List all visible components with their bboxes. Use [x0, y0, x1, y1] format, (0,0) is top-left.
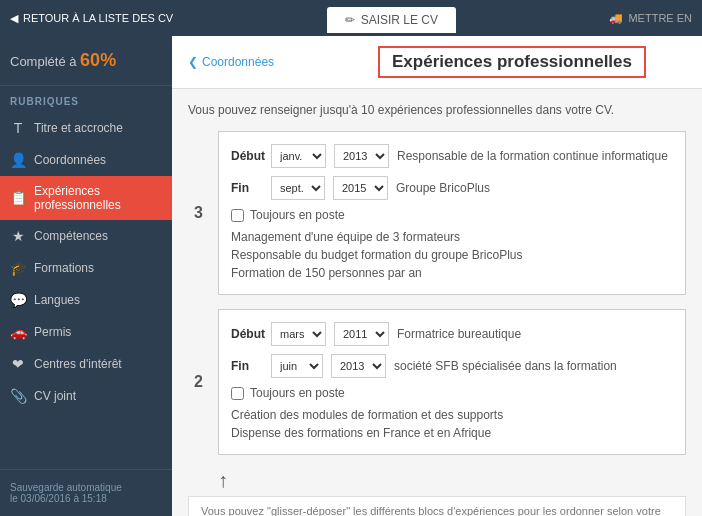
- content-header: ❮ Coordonnées Expériences professionnell…: [172, 36, 702, 89]
- heart-icon: ❤: [10, 356, 26, 372]
- star-icon: ★: [10, 228, 26, 244]
- sidebar-completion: Complété à 60%: [0, 36, 172, 86]
- sidebar-item-permis[interactable]: 🚗 Permis: [0, 316, 172, 348]
- paperclip-icon: 📎: [10, 388, 26, 404]
- rubriques-title: RUBRIQUES: [0, 86, 172, 112]
- sidebar: Complété à 60% RUBRIQUES T Titre et accr…: [0, 36, 172, 516]
- briefcase-icon: 📋: [10, 190, 26, 206]
- exp-number-3: 3: [194, 204, 203, 222]
- saisir-cv-label: SAISIR LE CV: [361, 13, 438, 27]
- completion-text: Complété à: [10, 54, 76, 69]
- content-description: Vous pouvez renseigner jusqu'à 10 expéri…: [188, 103, 686, 117]
- exp-2-toujours-label: Toujours en poste: [250, 386, 345, 400]
- exp-2-debut-row: Début mars janv. févr. 2011 2012 2013 Fo…: [231, 322, 673, 346]
- debut-label-3: Début: [231, 149, 263, 163]
- content-body: Vous pouvez renseigner jusqu'à 10 expéri…: [172, 89, 702, 516]
- exp-2-debut-mois[interactable]: mars janv. févr.: [271, 322, 326, 346]
- sidebar-experiences-label: Expériences professionnelles: [34, 184, 162, 212]
- back-coordonnees[interactable]: ❮ Coordonnées: [188, 55, 274, 69]
- saisir-cv-tab[interactable]: ✏ SAISIR LE CV: [327, 7, 456, 33]
- content-area: ❮ Coordonnées Expériences professionnell…: [172, 36, 702, 516]
- back-to-list[interactable]: ◀ RETOUR À LA LISTE DES CV: [10, 12, 173, 25]
- exp-2-debut-annee[interactable]: 2011 2012 2013: [334, 322, 389, 346]
- sidebar-item-centres[interactable]: ❤ Centres d'intérêt: [0, 348, 172, 380]
- sidebar-item-cv-joint[interactable]: 📎 CV joint: [0, 380, 172, 412]
- exp-block-3-content: Début janv. févr. mars 2013 2014 2015 Re…: [218, 131, 686, 295]
- sidebar-item-titre[interactable]: T Titre et accroche: [0, 112, 172, 144]
- sidebar-formations-label: Formations: [34, 261, 94, 275]
- sidebar-item-coordonnees[interactable]: 👤 Coordonnées: [0, 144, 172, 176]
- top-nav-center: ✏ SAISIR LE CV: [173, 3, 609, 33]
- autosave-label: Sauvegarde automatique: [10, 482, 162, 493]
- sidebar-item-experiences[interactable]: 📋 Expériences professionnelles: [0, 176, 172, 220]
- sidebar-footer: Sauvegarde automatique le 03/06/2016 à 1…: [0, 469, 172, 516]
- drag-hint: Vous pouvez "glisser-déposer" les différ…: [188, 496, 686, 516]
- back-arrow-icon: ◀: [10, 12, 18, 25]
- back-coordonnees-label: Coordonnées: [202, 55, 274, 69]
- arrow-indicator: ↑: [218, 469, 686, 492]
- experience-block-3: 3 Début janv. févr. mars 2013 2014 2015: [218, 131, 686, 295]
- back-to-list-label: RETOUR À LA LISTE DES CV: [23, 12, 173, 24]
- exp-3-toujours-row: Toujours en poste: [231, 208, 673, 222]
- exp-2-description: Création des modules de formation et des…: [231, 406, 673, 442]
- exp-3-fin-annee[interactable]: 2015 2016: [333, 176, 388, 200]
- exp-2-fin-annee[interactable]: 2013 2014 2015: [331, 354, 386, 378]
- sidebar-titre-label: Titre et accroche: [34, 121, 123, 135]
- pencil-icon: ✏: [345, 13, 355, 27]
- sidebar-cv-joint-label: CV joint: [34, 389, 76, 403]
- sidebar-item-langues[interactable]: 💬 Langues: [0, 284, 172, 316]
- car-icon: 🚗: [10, 324, 26, 340]
- main-layout: Complété à 60% RUBRIQUES T Titre et accr…: [0, 36, 702, 516]
- exp-3-fin-mois[interactable]: sept. oct. nov.: [271, 176, 325, 200]
- chevron-left-icon: ❮: [188, 55, 198, 69]
- person-icon: 👤: [10, 152, 26, 168]
- autosave-date: le 03/06/2016 à 15:18: [10, 493, 162, 504]
- exp-2-fin-row: Fin juin juil. août 2013 2014 2015 socié…: [231, 354, 673, 378]
- exp-2-toujours-checkbox[interactable]: [231, 387, 244, 400]
- top-nav: ◀ RETOUR À LA LISTE DES CV ✏ SAISIR LE C…: [0, 0, 702, 36]
- up-arrow-icon: ↑: [218, 469, 228, 491]
- graduation-icon: 🎓: [10, 260, 26, 276]
- fin-label-2: Fin: [231, 359, 263, 373]
- sidebar-item-competences[interactable]: ★ Compétences: [0, 220, 172, 252]
- top-nav-right: 🚚 METTRE EN: [609, 12, 692, 25]
- completion-pct: 60%: [80, 50, 116, 70]
- exp-3-poste: Responsable de la formation continue inf…: [397, 149, 673, 163]
- exp-3-description: Management d'une équipe de 3 formateurs …: [231, 228, 673, 282]
- exp-2-toujours-row: Toujours en poste: [231, 386, 673, 400]
- fin-label-3: Fin: [231, 181, 263, 195]
- sidebar-coordonnees-label: Coordonnées: [34, 153, 106, 167]
- exp-block-2-content: Début mars janv. févr. 2011 2012 2013 Fo…: [218, 309, 686, 455]
- sidebar-competences-label: Compétences: [34, 229, 108, 243]
- exp-2-entreprise: société SFB spécialisée dans la formatio…: [394, 359, 673, 373]
- debut-label-2: Début: [231, 327, 263, 341]
- exp-2-poste: Formatrice bureautique: [397, 327, 673, 341]
- exp-3-toujours-label: Toujours en poste: [250, 208, 345, 222]
- exp-3-debut-mois[interactable]: janv. févr. mars: [271, 144, 326, 168]
- sidebar-permis-label: Permis: [34, 325, 71, 339]
- truck-icon: 🚚: [609, 12, 623, 25]
- exp-3-toujours-checkbox[interactable]: [231, 209, 244, 222]
- sidebar-item-formations[interactable]: 🎓 Formations: [0, 252, 172, 284]
- exp-2-fin-mois[interactable]: juin juil. août: [271, 354, 323, 378]
- text-icon: T: [10, 120, 26, 136]
- chat-icon: 💬: [10, 292, 26, 308]
- exp-number-2: 2: [194, 373, 203, 391]
- sidebar-centres-label: Centres d'intérêt: [34, 357, 122, 371]
- sidebar-langues-label: Langues: [34, 293, 80, 307]
- exp-3-debut-row: Début janv. févr. mars 2013 2014 2015 Re…: [231, 144, 673, 168]
- exp-3-debut-annee[interactable]: 2013 2014 2015: [334, 144, 389, 168]
- exp-3-fin-row: Fin sept. oct. nov. 2015 2016 Groupe Bri…: [231, 176, 673, 200]
- experience-block-2: 2 Début mars janv. févr. 2011 2012 2013: [218, 309, 686, 455]
- exp-3-entreprise: Groupe BricoPlus: [396, 181, 673, 195]
- page-title: Expériences professionnelles: [378, 46, 646, 78]
- mettre-en-label: METTRE EN: [628, 12, 692, 24]
